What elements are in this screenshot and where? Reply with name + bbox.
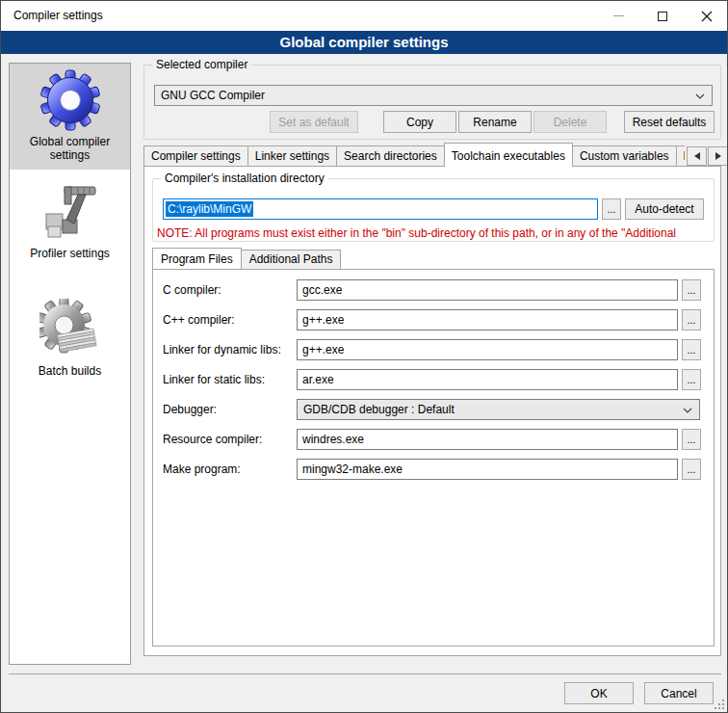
rename-button[interactable]: Rename [458,111,532,133]
page-title: Global compiler settings [1,31,727,54]
static-linker-input[interactable] [297,369,678,390]
caliper-icon [39,181,101,243]
static-linker-label: Linker for static libs: [163,369,265,390]
chevron-down-icon [683,408,692,413]
tab-scroll-right-button[interactable] [708,146,728,166]
cancel-button[interactable]: Cancel [644,682,714,704]
delete-button[interactable]: Delete [533,111,607,133]
selected-compiler-group: Selected compiler GNU GCC Compiler Set a… [143,65,721,140]
set-as-default-button[interactable]: Set as default [270,111,358,133]
toolchain-executables-page: Compiler's installation directory C:\ray… [143,166,721,656]
directory-note: NOTE: All programs must exist either in … [157,226,714,240]
cpp-compiler-input[interactable] [297,309,678,330]
compiler-settings-dialog: Compiler settings Global compiler settin… [0,0,728,713]
resize-grip[interactable] [713,698,724,709]
make-program-input[interactable] [297,459,678,480]
c-compiler-label: C compiler: [163,279,221,301]
gray-gear-stack-icon [39,299,101,360]
left-arrow-icon [694,152,700,160]
c-compiler-input[interactable] [297,279,678,301]
program-files-page: C compiler: ... C++ compiler: ... Linker… [152,269,715,647]
sidebar-item-profiler-settings[interactable]: Profiler settings [10,175,130,268]
copy-button[interactable]: Copy [383,111,456,133]
dynamic-linker-browse-button[interactable]: ... [682,339,701,360]
tab-compiler-settings[interactable]: Compiler settings [143,145,248,167]
sidebar-item-label: Batch builds [13,364,126,378]
titlebar: Compiler settings [1,1,727,31]
close-icon [701,11,713,22]
directory-browse-button[interactable]: ... [602,198,621,220]
compiler-select-value: GNU GCC Compiler [161,89,265,102]
installation-directory-label: Compiler's installation directory [161,172,328,186]
tab-scroll-left-button[interactable] [687,146,707,166]
compiler-select[interactable]: GNU GCC Compiler [154,85,713,106]
subtab-program-files[interactable]: Program Files [152,248,242,269]
resource-compiler-browse-button[interactable]: ... [682,429,701,450]
debugger-select-value: GDB/CDB debugger : Default [303,403,455,416]
cpp-compiler-browse-button[interactable]: ... [682,309,701,330]
maximize-button[interactable] [640,1,685,31]
tab-custom-variables[interactable]: Custom variables [572,145,677,167]
cpp-compiler-label: C++ compiler: [163,309,235,330]
resource-compiler-label: Resource compiler: [163,429,262,450]
static-linker-browse-button[interactable]: ... [682,369,701,390]
program-subtabs: Program Files Additional Paths [152,248,340,269]
minimize-icon [613,15,624,16]
settings-category-list: Global compiler settings Profiler settin… [9,63,131,665]
sidebar-item-label: Profiler settings [13,247,126,260]
c-compiler-browse-button[interactable]: ... [682,279,701,301]
installation-directory-value: C:\raylib\MinGW [166,201,253,217]
tab-search-directories[interactable]: Search directories [336,145,445,167]
reset-defaults-button[interactable]: Reset defaults [624,111,715,133]
maximize-icon [658,12,667,21]
resource-compiler-input[interactable] [297,429,678,450]
sidebar-item-batch-builds[interactable]: Batch builds [10,293,130,385]
footer-divider [9,673,721,674]
main-tabs: Compiler settings Linker settings Search… [143,143,685,167]
dynamic-linker-input[interactable] [297,339,678,360]
blue-gear-icon [39,69,101,131]
auto-detect-button[interactable]: Auto-detect [625,198,704,220]
installation-directory-group: Compiler's installation directory C:\ray… [152,178,715,242]
chevron-down-icon [695,93,705,99]
window-title: Compiler settings [13,1,103,31]
subtab-additional-paths[interactable]: Additional Paths [241,250,342,269]
debugger-label: Debugger: [163,399,217,420]
minimize-button[interactable] [596,1,640,31]
tab-toolchain-executables[interactable]: Toolchain executables [444,143,573,167]
make-program-label: Make program: [163,459,241,480]
debugger-select[interactable]: GDB/CDB debugger : Default [297,399,700,420]
installation-directory-input[interactable]: C:\raylib\MinGW [163,198,598,220]
tab-linker-settings[interactable]: Linker settings [247,145,337,167]
dynamic-linker-label: Linker for dynamic libs: [163,339,281,360]
right-arrow-icon [715,152,721,160]
selected-compiler-group-label: Selected compiler [152,58,251,72]
ok-button[interactable]: OK [564,682,634,704]
tab-build-options[interactable]: Build options [676,145,685,167]
make-program-browse-button[interactable]: ... [682,459,701,480]
sidebar-item-global-compiler-settings[interactable]: Global compiler settings [10,64,130,170]
close-button[interactable] [685,1,728,31]
sidebar-item-label: Global compiler settings [13,135,126,162]
